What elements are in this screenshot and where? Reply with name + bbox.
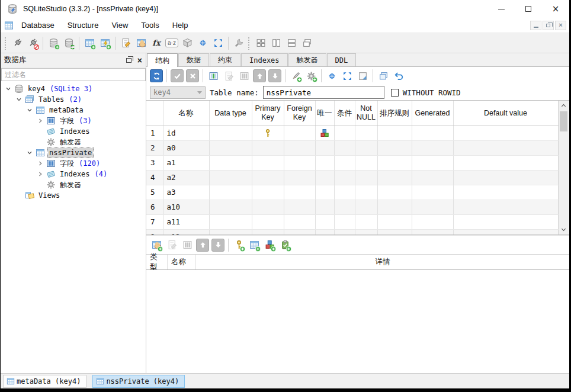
- add-constraint-icon[interactable]: [149, 237, 164, 253]
- edit-constraint-icon[interactable]: [164, 237, 179, 253]
- taskbar-window-metaData[interactable]: metaData (key4): [3, 375, 86, 388]
- tree-item-Indexes[interactable]: Indexes(4): [1, 169, 146, 179]
- constraints-column-header[interactable]: 名称: [168, 255, 196, 269]
- tab-数据[interactable]: 数据: [178, 53, 209, 66]
- row-number-cell[interactable]: 6: [146, 200, 163, 214]
- grid-cell[interactable]: [453, 185, 558, 200]
- expand-all-icon[interactable]: [210, 36, 226, 51]
- grid-cell[interactable]: [334, 200, 355, 214]
- grid-cell[interactable]: [453, 200, 558, 214]
- grid-cell[interactable]: [209, 229, 252, 235]
- grid-cell[interactable]: [412, 200, 453, 214]
- tree-item-触发器[interactable]: 触发器: [1, 179, 146, 190]
- column-name-cell[interactable]: a3: [163, 185, 209, 200]
- configuration-icon[interactable]: [231, 36, 246, 51]
- open-sql-editor-icon[interactable]: [118, 36, 133, 51]
- grid-cell[interactable]: [412, 126, 453, 140]
- grid-cell[interactable]: [252, 214, 284, 229]
- grid-cell[interactable]: [453, 155, 558, 170]
- taskbar-window-nssPrivate[interactable]: nssPrivate (key4): [92, 375, 185, 388]
- grid-cell[interactable]: [284, 185, 315, 200]
- database-filter-input[interactable]: [1, 68, 146, 81]
- column-header[interactable]: Data type: [209, 101, 252, 126]
- grid-cell[interactable]: [334, 229, 355, 235]
- grid-cell[interactable]: [453, 126, 558, 140]
- ddl-history-icon[interactable]: [133, 36, 149, 51]
- column-name-cell[interactable]: a12: [163, 229, 209, 235]
- scroll-down-icon[interactable]: [559, 224, 569, 234]
- grid-cell[interactable]: [412, 140, 453, 155]
- tree-item-Indexes[interactable]: Indexes: [1, 126, 146, 137]
- close-button[interactable]: ×: [542, 0, 569, 18]
- grid-cell[interactable]: [355, 185, 377, 200]
- mdi-restore-button[interactable]: [543, 21, 554, 30]
- constraints-column-header[interactable]: 详情: [196, 255, 569, 269]
- grid-cell[interactable]: [315, 229, 334, 235]
- collations-icon[interactable]: a·z: [164, 36, 179, 51]
- grid-cell[interactable]: [377, 155, 412, 170]
- mdi-vertical-icon[interactable]: [268, 36, 284, 51]
- grid-cell[interactable]: [209, 185, 252, 200]
- mdi-close-button[interactable]: ×: [555, 21, 566, 30]
- refresh-databases-icon[interactable]: [61, 36, 76, 51]
- add-check-icon[interactable]: [277, 237, 293, 253]
- grid-cell[interactable]: [453, 229, 558, 235]
- grid-cell[interactable]: [315, 155, 334, 170]
- grid-cell[interactable]: [334, 214, 355, 229]
- grid-cell[interactable]: [355, 214, 377, 229]
- grid-cell[interactable]: [315, 200, 334, 214]
- grid-cell[interactable]: [355, 155, 377, 170]
- row-number-cell[interactable]: 8: [146, 229, 163, 235]
- tree-item-Tables[interactable]: Tables(2): [1, 94, 146, 105]
- mdi-child-icon[interactable]: [4, 21, 14, 30]
- grid-cell[interactable]: [284, 126, 315, 140]
- menu-item-tools[interactable]: Tools: [134, 19, 165, 31]
- panel-float-icon[interactable]: [126, 58, 131, 63]
- grid-cell[interactable]: [377, 185, 412, 200]
- tab-约束[interactable]: 约束: [210, 53, 240, 66]
- column-name-cell[interactable]: a1: [163, 155, 209, 170]
- grid-cell[interactable]: [334, 126, 355, 140]
- column-header[interactable]: 唯一: [315, 101, 334, 126]
- expand-columns-icon[interactable]: [339, 68, 355, 83]
- grid-cell[interactable]: [334, 155, 355, 170]
- column-header[interactable]: Default value: [453, 101, 558, 126]
- show-windows-icon[interactable]: [376, 68, 391, 83]
- mdi-minimize-button[interactable]: [530, 21, 541, 30]
- move-column-down-icon[interactable]: [267, 68, 283, 83]
- grid-cell[interactable]: [252, 200, 284, 214]
- row-number-cell[interactable]: 1: [146, 126, 163, 140]
- grid-cell[interactable]: [377, 214, 412, 229]
- grid-cell[interactable]: [412, 185, 453, 200]
- tab-结构[interactable]: 结构: [147, 53, 178, 67]
- delete-column-icon[interactable]: [236, 68, 252, 83]
- grid-cell[interactable]: [355, 140, 377, 155]
- grid-cell[interactable]: [209, 214, 252, 229]
- mdi-horizontal-icon[interactable]: [284, 36, 299, 51]
- undo-icon[interactable]: [391, 68, 406, 83]
- grid-cell[interactable]: [355, 200, 377, 214]
- create-index-icon[interactable]: [288, 68, 303, 83]
- add-column-icon[interactable]: [206, 68, 221, 83]
- disconnect-icon[interactable]: [25, 36, 40, 51]
- scroll-up-icon[interactable]: [559, 101, 569, 111]
- grid-cell[interactable]: [284, 229, 315, 235]
- grid-cell[interactable]: [453, 140, 558, 155]
- grid-cell[interactable]: [412, 155, 453, 170]
- column-header[interactable]: 条件: [334, 101, 355, 126]
- grid-cell[interactable]: [334, 185, 355, 200]
- rollback-structure-icon[interactable]: [185, 68, 200, 83]
- extensions-icon[interactable]: [179, 36, 195, 51]
- column-header[interactable]: 名称: [163, 101, 209, 126]
- column-header[interactable]: Foreign Key: [284, 101, 315, 126]
- grid-cell[interactable]: [355, 126, 377, 140]
- scrollbar-thumb[interactable]: [560, 111, 567, 131]
- refresh-structure-icon[interactable]: [149, 68, 164, 83]
- tree-item-metaData[interactable]: metaData: [1, 105, 146, 115]
- collapse-all-icon[interactable]: [195, 36, 210, 51]
- grid-cell[interactable]: [315, 126, 334, 140]
- row-number-cell[interactable]: 5: [146, 185, 163, 200]
- grid-cell[interactable]: [412, 170, 453, 185]
- edit-column-icon[interactable]: [221, 68, 236, 83]
- grid-cell[interactable]: [252, 170, 284, 185]
